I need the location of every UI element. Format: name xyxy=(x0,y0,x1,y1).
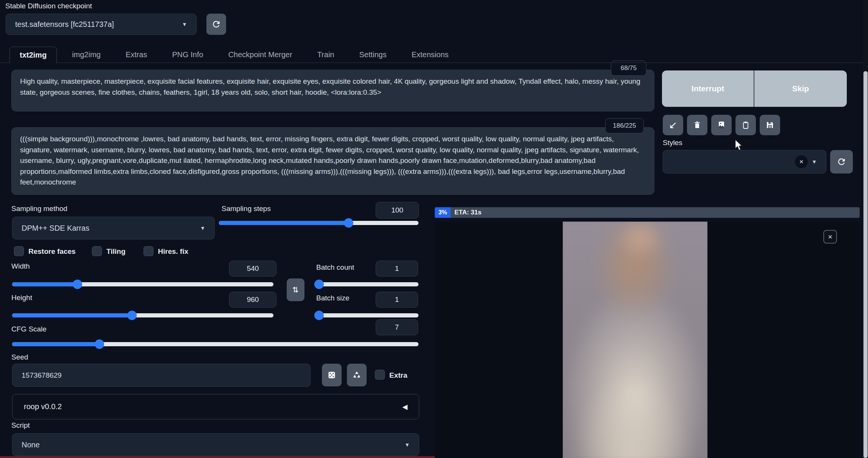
negative-prompt-textarea[interactable]: (((simple background))),monochrome ,lowr… xyxy=(11,127,654,195)
paste-generation-params-button[interactable]: ↙ xyxy=(663,115,683,135)
hires-fix-label: Hires. fix xyxy=(158,247,188,256)
clipboard-icon xyxy=(741,120,750,130)
refresh-icon xyxy=(837,157,846,167)
progress-eta: ETA: 31s xyxy=(454,207,482,218)
height-input[interactable] xyxy=(229,292,276,308)
seed-input[interactable] xyxy=(12,364,311,387)
batch-size-input[interactable] xyxy=(376,292,418,308)
width-input[interactable] xyxy=(229,261,276,277)
progress-bar: 3% ETA: 31s xyxy=(435,207,860,218)
preview-image xyxy=(563,222,707,458)
preview-panel: × xyxy=(435,222,860,458)
tab-png-info[interactable]: PNG Info xyxy=(162,47,213,63)
sampling-method-label: Sampling method xyxy=(11,205,67,213)
extra-seed-checkbox[interactable] xyxy=(375,370,385,380)
tab-settings[interactable]: Settings xyxy=(349,47,396,63)
scrollbar-thumb[interactable] xyxy=(863,71,868,458)
chevron-down-icon: ▼ xyxy=(182,21,187,27)
sampling-steps-slider[interactable] xyxy=(219,218,418,228)
sampling-method-dropdown[interactable]: DPM++ SDE Karras ▼ xyxy=(12,217,215,239)
slider-thumb[interactable] xyxy=(73,280,82,289)
batch-count-slider[interactable] xyxy=(316,279,418,289)
batch-count-label: Batch count xyxy=(316,263,354,272)
stable-diffusion-webui: Stable Diffusion checkpoint test.safeten… xyxy=(0,0,868,458)
batch-count-input[interactable] xyxy=(376,261,418,277)
save-style-button[interactable] xyxy=(760,115,780,135)
tab-txt2img[interactable]: txt2img xyxy=(9,47,57,63)
restore-faces-checkbox[interactable] xyxy=(14,246,24,256)
prompt-textarea[interactable]: High quality, masterpiece, masterpiece, … xyxy=(11,70,654,111)
width-slider[interactable] xyxy=(12,279,273,289)
clear-prompt-button[interactable] xyxy=(687,115,707,135)
refresh-styles-button[interactable] xyxy=(830,150,853,174)
swap-arrows-icon: ⇅ xyxy=(292,285,299,294)
batch-size-slider[interactable] xyxy=(316,310,418,320)
tiling-label: Tiling xyxy=(106,247,125,256)
tab-extensions[interactable]: Extensions xyxy=(402,47,459,63)
roop-accordion-header[interactable]: roop v0.0.2 ◀ xyxy=(12,394,419,419)
cfg-scale-slider[interactable] xyxy=(12,339,418,349)
slider-thumb[interactable] xyxy=(314,311,324,320)
slider-thumb[interactable] xyxy=(344,218,353,228)
save-floppy-icon xyxy=(765,120,774,130)
restore-faces-label: Restore faces xyxy=(28,247,76,256)
checkpoint-label: Stable Diffusion checkpoint xyxy=(5,2,92,10)
accordion-collapsed-icon: ◀ xyxy=(402,403,407,411)
extra-networks-button[interactable] xyxy=(711,115,732,135)
negative-token-counter: 186/225 xyxy=(605,118,644,133)
close-icon: × xyxy=(828,233,832,241)
image-card-icon xyxy=(717,120,726,130)
dice-icon xyxy=(327,370,336,380)
apply-style-button[interactable] xyxy=(735,115,756,135)
progress-fill: 3% xyxy=(435,207,451,218)
chevron-down-icon: ▼ xyxy=(812,159,817,165)
mouse-cursor xyxy=(734,139,745,152)
tab-img2img[interactable]: img2img xyxy=(62,47,111,63)
clear-styles-icon[interactable]: × xyxy=(795,155,808,168)
chevron-down-icon: ▼ xyxy=(200,225,205,231)
slider-thumb[interactable] xyxy=(95,339,104,349)
batch-size-label: Batch size xyxy=(316,294,350,302)
tab-checkpoint-merger[interactable]: Checkpoint Merger xyxy=(219,47,302,63)
styles-dropdown[interactable]: × ▼ xyxy=(663,150,826,174)
cfg-scale-input[interactable] xyxy=(376,319,418,335)
height-slider[interactable] xyxy=(12,310,273,320)
interrupt-button[interactable]: Interrupt xyxy=(662,70,754,107)
hires-fix-checkbox[interactable] xyxy=(144,246,153,256)
tab-train[interactable]: Train xyxy=(308,47,344,63)
roop-title: roop v0.0.2 xyxy=(24,402,62,411)
main-tabbar: txt2img img2img Extras PNG Info Checkpoi… xyxy=(9,47,459,63)
seed-label: Seed xyxy=(11,353,28,361)
cfg-scale-label: CFG Scale xyxy=(11,325,47,333)
checkpoint-value: test.safetensors [fc2511737a] xyxy=(15,20,114,29)
styles-label: Styles xyxy=(663,139,682,147)
height-label: Height xyxy=(11,294,32,302)
sampling-steps-label: Sampling steps xyxy=(222,205,271,213)
trash-icon xyxy=(693,120,702,130)
skip-button[interactable]: Skip xyxy=(754,70,847,107)
slider-thumb[interactable] xyxy=(127,311,137,320)
slider-thumb[interactable] xyxy=(314,280,324,289)
chevron-down-icon: ▼ xyxy=(404,442,410,448)
width-label: Width xyxy=(11,262,30,270)
extra-seed-label: Extra xyxy=(389,371,407,380)
reuse-seed-button[interactable] xyxy=(347,364,367,386)
swap-width-height-button[interactable]: ⇅ xyxy=(287,278,304,301)
bottom-accent-line xyxy=(0,456,436,458)
sampling-method-value: DPM++ SDE Karras xyxy=(22,224,89,233)
random-seed-button[interactable] xyxy=(322,364,342,386)
refresh-checkpoint-button[interactable] xyxy=(206,14,226,35)
arrow-down-left-icon: ↙ xyxy=(669,119,677,131)
scrollbar-track[interactable] xyxy=(863,0,868,458)
checkpoint-dropdown[interactable]: test.safetensors [fc2511737a] ▼ xyxy=(6,14,197,35)
recycle-icon xyxy=(352,370,361,380)
script-dropdown[interactable]: None ▼ xyxy=(12,433,419,456)
tab-extras[interactable]: Extras xyxy=(116,47,157,63)
script-value: None xyxy=(22,441,40,449)
prompt-token-counter: 68/75 xyxy=(611,61,646,76)
script-label: Script xyxy=(11,421,30,430)
tiling-checkbox[interactable] xyxy=(92,246,102,256)
sampling-steps-input[interactable] xyxy=(376,202,419,219)
close-preview-button[interactable]: × xyxy=(823,230,837,244)
refresh-icon xyxy=(211,19,221,29)
